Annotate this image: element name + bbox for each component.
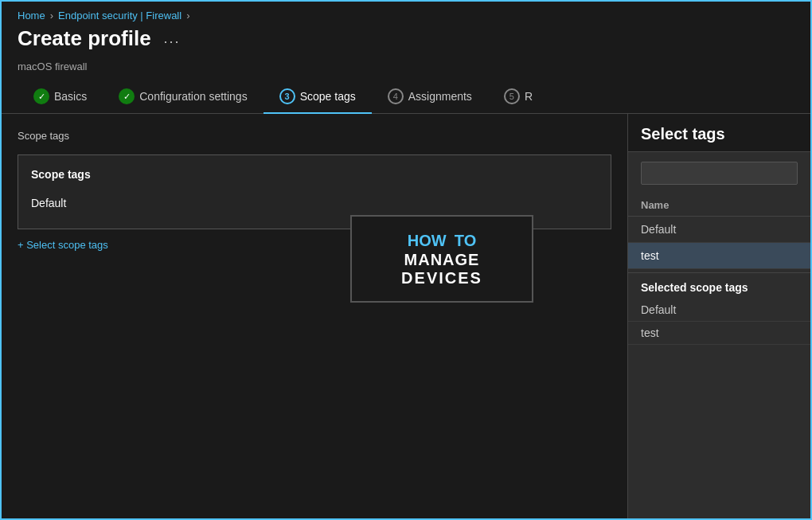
watermark-manage: MANAGE [404,251,480,269]
tab-label-assignments: Assignments [408,90,472,103]
tab-check-basics: ✓ [33,88,49,104]
breadcrumb: Home › Endpoint security | Firewall › [2,2,810,26]
tag-search-input[interactable] [641,162,798,185]
watermark-to: TO [455,232,476,250]
breadcrumb-sep2: › [186,10,189,22]
scope-tags-box-title: Scope tags [31,168,598,181]
page-subtitle: macOS firewall [2,59,810,80]
page-header: Create profile ... [2,26,810,59]
tab-label-basics: Basics [54,90,87,103]
right-tag-row-default[interactable]: Default [628,217,810,243]
scope-tag-row-default: Default [31,190,598,216]
left-panel: Scope tags Scope tags Default + Select s… [2,114,627,520]
right-col-header: Name [628,194,810,217]
tab-label-scope: Scope tags [300,90,356,103]
select-scope-tags-link[interactable]: + Select scope tags [18,239,108,251]
tab-check-config: ✓ [119,88,135,104]
tab-scope-tags[interactable]: 3 Scope tags [264,80,372,114]
tab-num-assignments: 4 [388,88,404,104]
tab-basics[interactable]: ✓ Basics [18,80,103,114]
selected-tag-default: Default [628,299,810,322]
watermark-how: HOW [408,232,447,250]
tab-label-config: Configuration settings [139,90,247,103]
more-options-button[interactable]: ... [159,29,185,49]
section-label: Scope tags [18,130,611,142]
scope-tag-default-label: Default [31,197,66,209]
breadcrumb-sep1: › [50,10,53,22]
tab-configuration[interactable]: ✓ Configuration settings [103,80,263,114]
breadcrumb-section[interactable]: Endpoint security | Firewall [58,10,182,22]
watermark: HOW TO MANAGE DEVICES [350,215,533,303]
breadcrumb-home[interactable]: Home [18,10,45,22]
page-title: Create profile [18,26,151,51]
tabs-bar: ✓ Basics ✓ Configuration settings 3 Scop… [2,80,810,114]
tab-label-review: R [525,90,533,103]
tab-num-review: 5 [504,88,520,104]
watermark-devices: DEVICES [401,269,482,287]
selected-tag-test: test [628,322,810,345]
tab-num-scope: 3 [279,88,295,104]
tab-review[interactable]: 5 R [488,80,548,114]
right-panel-title: Select tags [628,114,810,152]
right-tag-row-test[interactable]: test [628,243,810,269]
right-panel: Select tags Name Default test Selected s… [627,114,810,520]
main-layout: Scope tags Scope tags Default + Select s… [2,114,810,520]
tab-assignments[interactable]: 4 Assignments [372,80,488,114]
selected-scope-tags-label: Selected scope tags [628,272,810,299]
